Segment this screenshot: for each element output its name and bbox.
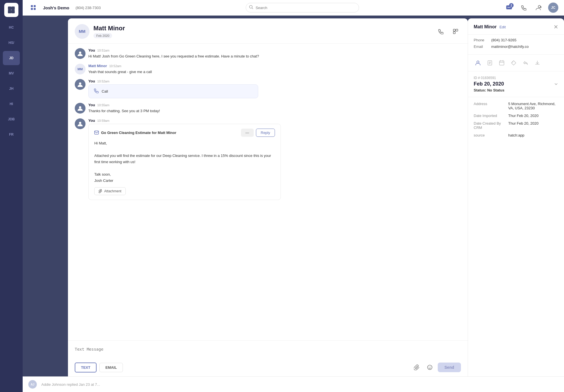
tab-notes[interactable]	[484, 57, 495, 68]
sidebar-item-MV[interactable]: MV	[3, 66, 20, 80]
svg-rect-18	[453, 32, 455, 34]
sidebar-item-HS[interactable]: HS/	[3, 36, 20, 50]
messages-area: You 10:51am Hi Matt! Josh from Go Green …	[68, 44, 468, 340]
message-content: You 10:55am Thanks for chatting. See you…	[88, 103, 461, 114]
svg-point-19	[79, 52, 81, 54]
input-toolbar: TEXT EMAIL	[75, 362, 461, 372]
address-row: Address 5 Monument Ave, Richmond, VA, US…	[474, 102, 558, 110]
expand-action-button[interactable]	[450, 26, 461, 37]
email-message-content: You 10:59am Go Green Cleaning	[88, 118, 461, 200]
tab-calendar[interactable]	[496, 57, 507, 68]
date-imported-row: Date Imported Thur Feb 20, 2020	[474, 114, 558, 118]
email-actions: — Reply	[241, 129, 275, 137]
message-meta: Matt Minor 10:52am	[88, 64, 461, 68]
date-created-row: Date Created By CRM Thur Feb 20, 2020	[474, 121, 558, 130]
phone-icon[interactable]	[519, 3, 529, 13]
message-row: You 10:59am Go Green Cleaning	[75, 118, 461, 200]
contact-avatar: MM	[75, 24, 89, 39]
svg-point-11	[507, 7, 508, 8]
attachment-button[interactable]: Attachment	[94, 187, 126, 195]
sidebar-item-FR[interactable]: FR	[3, 127, 20, 142]
collapse-button[interactable]: —	[241, 129, 254, 137]
right-panel-contact-name: Matt Minor	[474, 24, 497, 29]
tab-download[interactable]	[532, 57, 543, 68]
message-sender: Matt Minor	[88, 64, 107, 68]
svg-rect-23	[95, 131, 99, 134]
send-button[interactable]: Send	[438, 363, 461, 372]
user-avatar[interactable]: JC	[548, 3, 558, 13]
message-input[interactable]	[75, 345, 461, 358]
email-mode-button[interactable]: EMAIL	[99, 363, 123, 372]
grid-icon[interactable]	[28, 3, 39, 13]
svg-point-20	[79, 82, 81, 85]
conversation-list	[23, 16, 68, 376]
svg-point-24	[428, 365, 432, 370]
reply-button[interactable]: Reply	[256, 129, 275, 137]
bottom-strip-text: Addie Johnson replied Jan 23 at 7...	[41, 382, 100, 387]
message-row: You 10:52am Call	[75, 79, 461, 98]
search-input[interactable]	[246, 3, 359, 12]
sidebar: HC HS/ JD MV JH HI JDB FR	[0, 0, 23, 392]
chat-header-actions	[435, 26, 461, 37]
right-panel-header: Matt Minor Edit ✕	[468, 18, 564, 35]
svg-rect-4	[31, 5, 33, 7]
contact-details: Phone (804) 317-9265 Email mattminor@hat…	[468, 35, 564, 55]
edit-contact-link[interactable]: Edit	[499, 25, 506, 29]
sidebar-item-JD[interactable]: JD	[3, 51, 20, 65]
tab-tag[interactable]	[508, 57, 519, 68]
date-created-value: Thur Feb 20, 2020	[508, 121, 539, 130]
sender-avatar	[75, 48, 86, 59]
call-bubble: Call	[88, 84, 258, 98]
email-body: Hi Matt, Attached you will find the esti…	[94, 140, 275, 184]
message-time: 10:55am	[97, 103, 110, 107]
message-meta: You 10:55am	[88, 103, 461, 107]
emoji-icon-button[interactable]	[425, 362, 435, 372]
message-row: MM Matt Minor 10:52am Yeah that sounds g…	[75, 64, 461, 75]
svg-rect-3	[11, 10, 15, 13]
svg-point-22	[79, 122, 81, 124]
search-icon	[249, 5, 253, 10]
email-detail-row: Email mattminor@hatchify.co	[474, 44, 558, 49]
date-imported-label: Date Imported	[474, 114, 505, 118]
message-sender: You	[88, 118, 95, 123]
topbar-phone: (804) 238-7303	[76, 6, 101, 10]
phone-label: Phone	[474, 38, 488, 42]
phone-action-button[interactable]	[435, 26, 446, 37]
message-badge: 2	[509, 3, 514, 8]
svg-rect-5	[34, 5, 36, 7]
sidebar-item-HI[interactable]: HI	[3, 97, 20, 111]
messaging-icon[interactable]: 2	[504, 3, 514, 13]
svg-rect-6	[31, 8, 33, 10]
attachment-icon-button[interactable]	[412, 362, 422, 372]
close-panel-button[interactable]: ✕	[554, 24, 558, 30]
sidebar-item-JDB[interactable]: JDB	[3, 112, 20, 126]
conv-status: Status: No Status	[474, 88, 558, 92]
svg-rect-2	[8, 10, 11, 13]
contact-date-badge: Feb 2020	[93, 33, 112, 38]
svg-rect-16	[453, 29, 455, 31]
bottom-avatar: AJ	[28, 380, 37, 389]
tab-person[interactable]	[473, 57, 483, 68]
topbar: Josh's Demo (804) 238-7303 2	[23, 0, 564, 16]
message-text: Thanks for chatting. See you at 3 PM tod…	[88, 108, 461, 114]
main-area: Josh's Demo (804) 238-7303 2	[23, 0, 564, 392]
message-row: You 10:55am Thanks for chatting. See you…	[75, 103, 461, 114]
chat-header-info: Matt Minor Feb 2020	[93, 25, 431, 38]
sidebar-item-HC[interactable]: HC	[3, 20, 20, 35]
svg-rect-0	[8, 7, 11, 10]
sidebar-item-JH[interactable]: JH	[3, 82, 20, 96]
message-row: You 10:51am Hi Matt! Josh from Go Green …	[75, 48, 461, 59]
contact-name: Matt Minor	[93, 25, 431, 32]
right-panel-name-wrap: Matt Minor Edit	[474, 24, 506, 29]
tab-reply[interactable]	[520, 57, 531, 68]
sender-avatar	[75, 118, 86, 129]
message-meta: You 10:52am	[88, 79, 461, 83]
text-mode-button[interactable]: TEXT	[75, 363, 97, 372]
svg-rect-32	[499, 61, 504, 65]
search-wrap	[246, 3, 359, 12]
chevron-down-icon[interactable]	[554, 82, 558, 88]
add-user-icon[interactable]	[533, 3, 544, 13]
svg-point-26	[430, 367, 431, 367]
svg-line-9	[252, 8, 253, 9]
app-logo[interactable]	[4, 3, 18, 17]
